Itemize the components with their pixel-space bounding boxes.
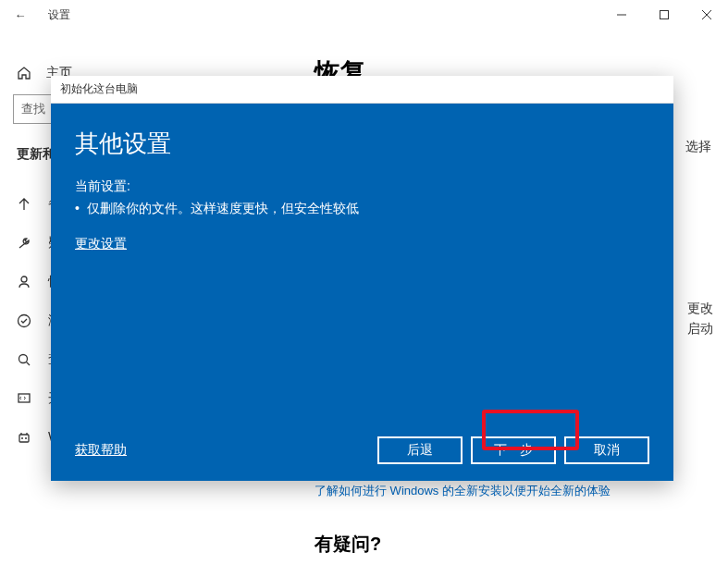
reset-pc-dialog: 初始化这台电脑 其他设置 当前设置: • 仅删除你的文件。这样速度更快，但安全性… <box>51 76 673 481</box>
back-button[interactable]: 后退 <box>377 436 463 464</box>
dialog-footer: 获取帮助 后退 下一步 取消 <box>75 436 649 464</box>
window-titlebar: ← 设置 <box>0 0 728 30</box>
svg-rect-1 <box>660 11 669 19</box>
dialog-buttons: 后退 下一步 取消 <box>377 436 649 464</box>
dialog-body: 其他设置 当前设置: • 仅删除你的文件。这样速度更快，但安全性较低 更改设置 … <box>51 104 673 481</box>
window-controls <box>600 0 728 30</box>
search-icon <box>17 352 31 367</box>
dialog-title: 初始化这台电脑 <box>60 81 138 97</box>
svg-rect-9 <box>19 435 29 442</box>
svg-point-6 <box>19 355 28 363</box>
svg-line-7 <box>27 362 31 366</box>
bullet-icon: • <box>75 201 80 217</box>
maximize-button[interactable] <box>643 0 685 30</box>
change-settings-link[interactable]: 更改设置 <box>75 236 649 252</box>
check-circle-icon <box>17 313 31 328</box>
robot-icon <box>17 430 31 445</box>
dialog-titlebar: 初始化这台电脑 <box>51 76 673 104</box>
home-icon <box>17 66 31 80</box>
wrench-icon <box>17 236 31 251</box>
partial-text-choose: 选择 <box>685 139 711 155</box>
partial-text-right: 更改 启动 <box>687 298 713 339</box>
svg-point-5 <box>19 315 31 327</box>
fresh-install-link[interactable]: 了解如何进行 Windows 的全新安装以便开始全新的体验 <box>315 483 611 499</box>
get-help-link[interactable]: 获取帮助 <box>75 442 127 459</box>
search-input-text: 查找 <box>21 101 45 117</box>
dialog-heading: 其他设置 <box>75 128 649 160</box>
setting-bullet: • 仅删除你的文件。这样速度更快，但安全性较低 <box>75 201 649 217</box>
person-icon <box>17 275 31 289</box>
current-settings-label: 当前设置: <box>75 178 649 195</box>
svg-point-4 <box>21 276 27 282</box>
close-button[interactable] <box>685 0 728 30</box>
minimize-button[interactable] <box>600 0 643 30</box>
next-button[interactable]: 下一步 <box>471 436 556 464</box>
bullet-text: 仅删除你的文件。这样速度更快，但安全性较低 <box>87 201 359 217</box>
svg-point-10 <box>21 437 23 439</box>
code-icon <box>17 391 31 406</box>
window-title: 设置 <box>48 7 70 23</box>
up-arrow-icon <box>17 197 31 212</box>
svg-point-11 <box>25 437 27 439</box>
back-button[interactable]: ← <box>0 0 41 30</box>
question-heading: 有疑问? <box>315 532 381 557</box>
cancel-button[interactable]: 取消 <box>564 436 649 464</box>
